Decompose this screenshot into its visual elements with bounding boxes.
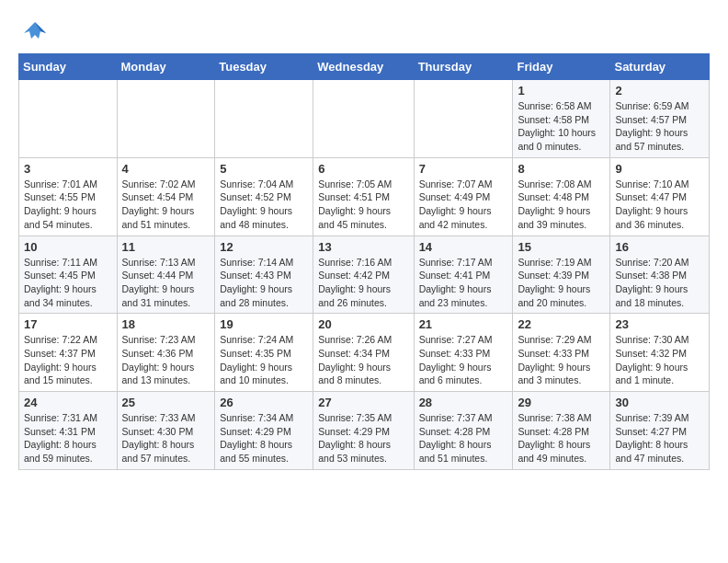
day-number: 10	[24, 240, 112, 254]
day-info: Sunrise: 7:10 AM Sunset: 4:47 PM Dayligh…	[615, 178, 704, 232]
day-number: 23	[615, 317, 704, 331]
day-info: Sunrise: 7:39 AM Sunset: 4:27 PM Dayligh…	[615, 411, 704, 465]
day-info: Sunrise: 7:38 AM Sunset: 4:28 PM Dayligh…	[518, 411, 605, 465]
day-number: 28	[419, 396, 508, 409]
day-number: 21	[419, 317, 508, 331]
calendar-cell: 14Sunrise: 7:17 AM Sunset: 4:41 PM Dayli…	[414, 236, 513, 314]
day-number: 15	[518, 240, 605, 254]
day-info: Sunrise: 7:31 AM Sunset: 4:31 PM Dayligh…	[24, 411, 112, 465]
day-info: Sunrise: 7:23 AM Sunset: 4:36 PM Dayligh…	[122, 333, 210, 387]
weekday-header: Saturday	[610, 54, 710, 80]
logo-icon	[18, 18, 51, 44]
day-info: Sunrise: 7:27 AM Sunset: 4:33 PM Dayligh…	[419, 333, 508, 387]
calendar-cell: 16Sunrise: 7:20 AM Sunset: 4:38 PM Dayli…	[610, 236, 710, 314]
page-header	[18, 18, 710, 44]
day-info: Sunrise: 7:22 AM Sunset: 4:37 PM Dayligh…	[24, 333, 112, 387]
day-info: Sunrise: 6:58 AM Sunset: 4:58 PM Dayligh…	[518, 99, 605, 154]
day-number: 13	[318, 240, 408, 254]
weekday-header: Friday	[513, 54, 610, 80]
calendar-cell: 25Sunrise: 7:33 AM Sunset: 4:30 PM Dayli…	[117, 392, 215, 470]
day-info: Sunrise: 7:02 AM Sunset: 4:54 PM Dayligh…	[122, 178, 210, 232]
calendar-cell: 9Sunrise: 7:10 AM Sunset: 4:47 PM Daylig…	[610, 157, 710, 236]
day-number: 22	[518, 317, 605, 331]
day-number: 19	[220, 317, 308, 331]
day-info: Sunrise: 7:17 AM Sunset: 4:41 PM Dayligh…	[419, 256, 508, 310]
calendar-cell: 29Sunrise: 7:38 AM Sunset: 4:28 PM Dayli…	[513, 392, 610, 470]
calendar-cell: 15Sunrise: 7:19 AM Sunset: 4:39 PM Dayli…	[513, 236, 610, 314]
calendar-cell: 7Sunrise: 7:07 AM Sunset: 4:49 PM Daylig…	[414, 157, 513, 236]
day-info: Sunrise: 7:37 AM Sunset: 4:28 PM Dayligh…	[419, 411, 508, 465]
day-number: 24	[24, 396, 112, 409]
day-info: Sunrise: 7:29 AM Sunset: 4:33 PM Dayligh…	[518, 333, 605, 387]
day-info: Sunrise: 7:20 AM Sunset: 4:38 PM Dayligh…	[615, 256, 704, 310]
day-number: 11	[122, 240, 210, 254]
calendar-cell: 20Sunrise: 7:26 AM Sunset: 4:34 PM Dayli…	[313, 314, 414, 392]
calendar-cell: 26Sunrise: 7:34 AM Sunset: 4:29 PM Dayli…	[215, 392, 313, 470]
calendar-cell: 27Sunrise: 7:35 AM Sunset: 4:29 PM Dayli…	[313, 392, 414, 470]
day-info: Sunrise: 7:33 AM Sunset: 4:30 PM Dayligh…	[122, 411, 210, 465]
calendar-cell: 1Sunrise: 6:58 AM Sunset: 4:58 PM Daylig…	[513, 80, 610, 158]
day-info: Sunrise: 7:08 AM Sunset: 4:48 PM Dayligh…	[518, 178, 605, 232]
day-number: 7	[419, 162, 508, 176]
calendar-cell: 5Sunrise: 7:04 AM Sunset: 4:52 PM Daylig…	[215, 157, 313, 236]
calendar-cell: 4Sunrise: 7:02 AM Sunset: 4:54 PM Daylig…	[117, 157, 215, 236]
calendar-cell	[414, 80, 513, 158]
calendar-cell: 17Sunrise: 7:22 AM Sunset: 4:37 PM Dayli…	[19, 314, 118, 392]
weekday-header: Thursday	[414, 54, 513, 80]
weekday-header: Monday	[117, 54, 215, 80]
calendar-cell	[215, 80, 313, 158]
calendar-cell: 28Sunrise: 7:37 AM Sunset: 4:28 PM Dayli…	[414, 392, 513, 470]
day-info: Sunrise: 7:16 AM Sunset: 4:42 PM Dayligh…	[318, 256, 408, 310]
calendar-cell: 13Sunrise: 7:16 AM Sunset: 4:42 PM Dayli…	[313, 236, 414, 314]
day-number: 27	[318, 396, 408, 409]
day-number: 26	[220, 396, 308, 409]
day-number: 5	[220, 162, 308, 176]
day-number: 20	[318, 317, 408, 331]
day-number: 4	[122, 162, 210, 176]
calendar-cell: 3Sunrise: 7:01 AM Sunset: 4:55 PM Daylig…	[19, 157, 118, 236]
calendar-week-row: 3Sunrise: 7:01 AM Sunset: 4:55 PM Daylig…	[19, 157, 710, 236]
day-info: Sunrise: 7:11 AM Sunset: 4:45 PM Dayligh…	[24, 256, 112, 310]
day-number: 17	[24, 317, 112, 331]
day-number: 12	[220, 240, 308, 254]
calendar-header-row: SundayMondayTuesdayWednesdayThursdayFrid…	[19, 54, 710, 80]
day-info: Sunrise: 7:19 AM Sunset: 4:39 PM Dayligh…	[518, 256, 605, 310]
day-info: Sunrise: 7:04 AM Sunset: 4:52 PM Dayligh…	[220, 178, 308, 232]
calendar-cell: 22Sunrise: 7:29 AM Sunset: 4:33 PM Dayli…	[513, 314, 610, 392]
day-info: Sunrise: 7:24 AM Sunset: 4:35 PM Dayligh…	[220, 333, 308, 387]
day-info: Sunrise: 6:59 AM Sunset: 4:57 PM Dayligh…	[615, 99, 704, 154]
weekday-header: Wednesday	[313, 54, 414, 80]
calendar-cell: 8Sunrise: 7:08 AM Sunset: 4:48 PM Daylig…	[513, 157, 610, 236]
day-info: Sunrise: 7:35 AM Sunset: 4:29 PM Dayligh…	[318, 411, 408, 465]
day-number: 18	[122, 317, 210, 331]
day-number: 8	[518, 162, 605, 176]
day-number: 25	[122, 396, 210, 409]
calendar-cell: 2Sunrise: 6:59 AM Sunset: 4:57 PM Daylig…	[610, 80, 710, 158]
day-number: 6	[318, 162, 408, 176]
day-number: 16	[615, 240, 704, 254]
calendar-cell: 12Sunrise: 7:14 AM Sunset: 4:43 PM Dayli…	[215, 236, 313, 314]
day-info: Sunrise: 7:30 AM Sunset: 4:32 PM Dayligh…	[615, 333, 704, 387]
calendar-cell: 18Sunrise: 7:23 AM Sunset: 4:36 PM Dayli…	[117, 314, 215, 392]
calendar-cell: 21Sunrise: 7:27 AM Sunset: 4:33 PM Dayli…	[414, 314, 513, 392]
day-info: Sunrise: 7:26 AM Sunset: 4:34 PM Dayligh…	[318, 333, 408, 387]
day-info: Sunrise: 7:05 AM Sunset: 4:51 PM Dayligh…	[318, 178, 408, 232]
calendar-cell: 10Sunrise: 7:11 AM Sunset: 4:45 PM Dayli…	[19, 236, 118, 314]
day-number: 14	[419, 240, 508, 254]
calendar-cell	[313, 80, 414, 158]
day-info: Sunrise: 7:07 AM Sunset: 4:49 PM Dayligh…	[419, 178, 508, 232]
calendar-week-row: 1Sunrise: 6:58 AM Sunset: 4:58 PM Daylig…	[19, 80, 710, 158]
logo	[18, 18, 55, 44]
calendar-cell: 30Sunrise: 7:39 AM Sunset: 4:27 PM Dayli…	[610, 392, 710, 470]
day-number: 29	[518, 396, 605, 409]
day-info: Sunrise: 7:34 AM Sunset: 4:29 PM Dayligh…	[220, 411, 308, 465]
day-number: 9	[615, 162, 704, 176]
weekday-header: Tuesday	[215, 54, 313, 80]
day-number: 3	[24, 162, 112, 176]
day-info: Sunrise: 7:13 AM Sunset: 4:44 PM Dayligh…	[122, 256, 210, 310]
calendar-cell: 6Sunrise: 7:05 AM Sunset: 4:51 PM Daylig…	[313, 157, 414, 236]
calendar-week-row: 10Sunrise: 7:11 AM Sunset: 4:45 PM Dayli…	[19, 236, 710, 314]
calendar-cell: 23Sunrise: 7:30 AM Sunset: 4:32 PM Dayli…	[610, 314, 710, 392]
day-info: Sunrise: 7:01 AM Sunset: 4:55 PM Dayligh…	[24, 178, 112, 232]
calendar-table: SundayMondayTuesdayWednesdayThursdayFrid…	[18, 53, 710, 470]
